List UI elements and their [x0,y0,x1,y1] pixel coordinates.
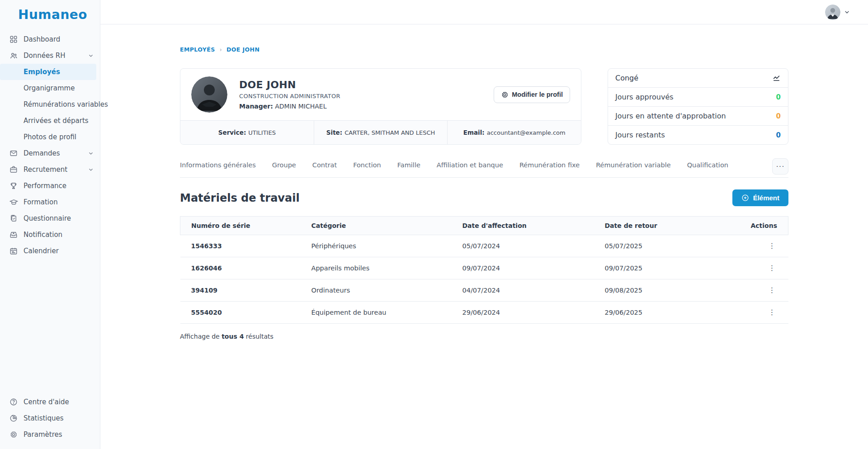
tab-famille[interactable]: Famille [397,161,420,169]
leave-title: Congé [615,74,638,82]
sidebar-item-donnees-rh[interactable]: Données RH [0,47,100,64]
sidebar-item-label: Centre d'aide [24,398,94,406]
tab-qualification[interactable]: Qualification [687,161,728,169]
sidebar-item-label: Performance [24,182,94,190]
sidebar-item-photos-profil[interactable]: Photos de profil [0,129,100,145]
app: Humaneo Dashboard Données RH Employés Or… [0,0,868,449]
table-row: 5554020 Équipement de bureau 29/06/2024 … [180,302,788,324]
user-menu-chevron-icon[interactable] [844,9,850,15]
column-return-date[interactable]: Date de retour [605,217,746,235]
leave-row-remaining: Jours restants 0 [608,126,788,144]
service-cell: Service: UTILITIES [180,121,314,144]
site-value: CARTER, SMITHAM AND LESCH [344,129,435,136]
breadcrumb: EMPLOYÉS › DOE JOHN [180,46,788,53]
sidebar-item-employes[interactable]: Employés [0,64,96,80]
row-actions-kebab-icon[interactable]: ⋮ [769,287,776,294]
sidebar-item-label: Statistiques [24,414,94,422]
stats-icon [9,414,18,423]
plus-circle-icon [741,194,749,202]
email-value: accountant@example.com [487,129,566,136]
user-avatar[interactable] [825,5,840,20]
manager-label: Manager: [239,103,273,110]
leave-row-label: Jours en attente d'approbation [615,112,726,120]
column-assigned-date[interactable]: Date d'affectation [462,217,605,235]
site-cell: Site: CARTER, SMITHAM AND LESCH [314,121,448,144]
row-actions-kebab-icon[interactable]: ⋮ [769,265,776,272]
row-actions-kebab-icon[interactable]: ⋮ [769,309,776,316]
breadcrumb-employes[interactable]: EMPLOYÉS [180,46,215,53]
column-category[interactable]: Catégorie [311,217,462,235]
brand-logo[interactable]: Humaneo [0,6,100,31]
edit-profile-button[interactable]: Modifier le profil [494,86,570,103]
site-label: Site: [326,129,342,136]
results-summary: Affichage de tous 4 résultats [180,333,788,340]
profile-tabs: Informations générales Groupe Contrat Fo… [180,158,788,178]
sidebar-item-centre-aide[interactable]: Centre d'aide [0,394,100,410]
cell-return: 09/07/2025 [605,257,746,279]
cell-assigned: 05/07/2024 [462,235,605,257]
profile-meta-strip: Service: UTILITIES Site: CARTER, SMITHAM… [180,120,581,144]
sidebar-item-recrutement[interactable]: Recrutement [0,161,100,178]
add-element-button[interactable]: Élément [732,189,788,206]
clipboard-icon [9,214,18,223]
cell-serial: 394109 [180,279,311,302]
profile-top: DOE JOHN CONSTRUCTION ADMINISTRATOR Mana… [180,69,581,120]
sidebar-item-remunerations-variables[interactable]: Rémunérations variables [0,96,100,113]
page-title: Matériels de travail [180,192,300,204]
column-serial[interactable]: Numéro de série [180,217,311,235]
people-icon [9,51,18,60]
breadcrumb-current[interactable]: DOE JOHN [226,46,259,53]
cell-serial: 5554020 [180,302,311,324]
sidebar-item-dashboard[interactable]: Dashboard [0,31,100,47]
results-prefix: Affichage de [180,333,220,340]
tab-remuneration-variable[interactable]: Rémunération variable [596,161,671,169]
tab-fonction[interactable]: Fonction [353,161,381,169]
sidebar-item-notification[interactable]: Notification [0,227,100,243]
trophy-icon [9,181,18,190]
chart-icon[interactable] [772,74,781,82]
materials-table: Numéro de série Catégorie Date d'affecta… [180,216,788,324]
sidebar-item-calendrier[interactable]: Calendrier [0,243,100,259]
sidebar-item-performance[interactable]: Performance [0,178,100,194]
sidebar-item-demandes[interactable]: Demandes [0,145,100,161]
cell-category: Ordinateurs [311,279,462,302]
results-count: tous 4 [222,333,244,340]
tabs-overflow-button[interactable]: ··· [772,158,788,175]
sidebar-item-questionnaire[interactable]: Questionnaire [0,210,100,227]
tabs-list: Informations générales Groupe Contrat Fo… [180,161,772,169]
leave-row-value: 0 [776,131,781,139]
inbox-icon [9,230,18,239]
sidebar-item-statistiques[interactable]: Statistiques [0,410,100,426]
sidebar-bottom: Centre d'aide Statistiques Paramètres [0,394,100,444]
cell-serial: 1546333 [180,235,311,257]
sidebar-item-formation[interactable]: Formation [0,194,100,210]
table-row: 1626046 Appareils mobiles 09/07/2024 09/… [180,257,788,279]
tab-remuneration-fixe[interactable]: Rémunération fixe [519,161,580,169]
cell-category: Équipement de bureau [311,302,462,324]
sidebar-item-label: Dashboard [24,35,94,43]
section-header: Matériels de travail Élément [180,189,788,206]
hero-row: DOE JOHN CONSTRUCTION ADMINISTRATOR Mana… [180,68,788,145]
sidebar-item-arrivees-departs[interactable]: Arrivées et départs [0,113,100,129]
leave-row-value: 0 [776,112,781,120]
profile-identity: DOE JOHN CONSTRUCTION ADMINISTRATOR Mana… [239,79,340,110]
row-actions-kebab-icon[interactable]: ⋮ [769,242,776,250]
sidebar-nav: Dashboard Données RH Employés Organigram… [0,31,100,394]
sidebar-item-organigramme[interactable]: Organigramme [0,80,100,96]
cell-category: Périphériques [311,235,462,257]
leave-card: Congé Jours approuvés 0 Jours en attente… [608,68,788,145]
tab-informations-generales[interactable]: Informations générales [180,161,256,169]
topbar [100,0,868,24]
tab-contrat[interactable]: Contrat [312,161,337,169]
tab-groupe[interactable]: Groupe [272,161,296,169]
gear-icon [501,91,509,99]
breadcrumb-separator: › [220,46,222,53]
sidebar-item-parametres[interactable]: Paramètres [0,426,100,443]
cell-assigned: 04/07/2024 [462,279,605,302]
service-value: UTILITIES [248,129,276,136]
leave-row-value: 0 [776,93,781,101]
gear-icon [9,430,18,439]
tab-affiliation-banque[interactable]: Affiliation et banque [437,161,503,169]
leave-row-label: Jours restants [615,131,665,139]
sidebar-item-label: Notification [24,231,94,239]
